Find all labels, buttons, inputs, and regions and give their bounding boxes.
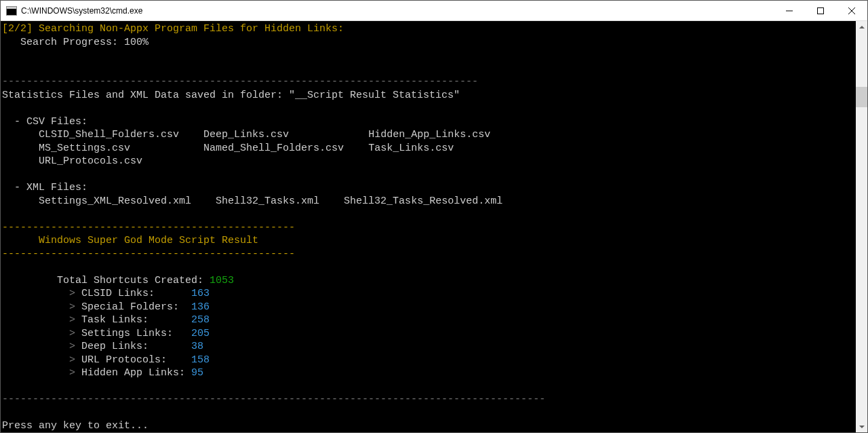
window-controls	[774, 1, 867, 20]
cmd-icon	[6, 6, 17, 16]
result-divider: ----------------------------------------…	[2, 248, 295, 260]
row-arrow: >	[2, 301, 81, 313]
row-value: 38	[191, 341, 203, 352]
row-value: 136	[191, 301, 210, 313]
scrollbar-thumb[interactable]	[856, 87, 867, 107]
row-arrow: >	[2, 288, 81, 299]
row-value: 163	[191, 288, 210, 299]
minimize-button[interactable]	[774, 1, 805, 20]
exit-prompt: Press any key to exit...	[2, 420, 149, 432]
divider: ----------------------------------------…	[2, 76, 478, 88]
total-label: Total Shortcuts Created:	[2, 275, 210, 286]
result-title: Windows Super God Mode Script Result	[2, 235, 258, 246]
row-label: Hidden App Links:	[81, 367, 191, 379]
row-arrow: >	[2, 354, 81, 366]
divider: ----------------------------------------…	[2, 394, 545, 405]
csv-file: Hidden_App_Links.csv	[368, 129, 490, 140]
row-arrow: >	[2, 328, 81, 339]
csv-header: - CSV Files:	[2, 116, 87, 128]
row-label: Deep Links:	[81, 341, 191, 352]
xml-file: Shell32_Tasks.xml	[216, 195, 319, 207]
terminal-output[interactable]: [2/2] Searching Non-Appx Program Files f…	[1, 21, 856, 432]
window-title: C:\WINDOWS\system32\cmd.exe	[21, 6, 774, 16]
scroll-up-arrow-icon[interactable]	[856, 21, 867, 33]
row-label: URL Protocols:	[81, 354, 191, 366]
xml-file: Shell32_Tasks_Resolved.xml	[344, 195, 502, 207]
close-button[interactable]	[836, 1, 867, 20]
total-value: 1053	[210, 275, 234, 286]
csv-file: MS_Settings.csv	[2, 143, 130, 154]
row-arrow: >	[2, 314, 81, 326]
maximize-button[interactable]	[805, 1, 836, 20]
scrollbar-track[interactable]	[856, 33, 867, 421]
csv-file: URL_Protocols.csv	[2, 155, 142, 167]
svg-rect-1	[818, 7, 824, 14]
row-label: Special Folders:	[81, 301, 191, 313]
content-wrapper: [2/2] Searching Non-Appx Program Files f…	[1, 21, 867, 432]
scroll-down-arrow-icon[interactable]	[856, 421, 867, 432]
csv-file: Task_Links.csv	[368, 143, 454, 154]
result-divider: ----------------------------------------…	[2, 222, 295, 233]
vertical-scrollbar[interactable]	[856, 21, 867, 432]
progress-label: Search Progress:	[2, 37, 124, 48]
row-label: Settings Links:	[81, 328, 191, 339]
row-value: 258	[191, 314, 210, 326]
row-value: 205	[191, 328, 210, 339]
minimize-icon	[786, 7, 793, 14]
row-arrow: >	[2, 367, 81, 379]
row-label: CLSID Links:	[81, 288, 191, 299]
svg-marker-4	[859, 26, 865, 29]
cmd-window: C:\WINDOWS\system32\cmd.exe [2/2] Search…	[0, 0, 868, 433]
xml-file: Settings_XML_Resolved.xml	[2, 195, 191, 207]
row-value: 95	[191, 367, 203, 379]
row-arrow: >	[2, 341, 81, 352]
titlebar[interactable]: C:\WINDOWS\system32\cmd.exe	[1, 1, 867, 21]
svg-marker-5	[859, 426, 865, 428]
row-value: 158	[191, 354, 210, 366]
stats-folder-line: Statistics Files and XML Data saved in f…	[2, 90, 460, 101]
csv-file: CLSID_Shell_Folders.csv	[2, 129, 179, 140]
row-label: Task Links:	[81, 314, 191, 326]
xml-header: - XML Files:	[2, 182, 87, 193]
maximize-icon	[817, 7, 824, 14]
csv-file: Named_Shell_Folders.csv	[203, 143, 344, 154]
csv-file: Deep_Links.csv	[203, 129, 289, 140]
close-icon	[848, 7, 855, 14]
progress-value: 100%	[124, 37, 149, 48]
search-status-line: [2/2] Searching Non-Appx Program Files f…	[2, 23, 344, 35]
